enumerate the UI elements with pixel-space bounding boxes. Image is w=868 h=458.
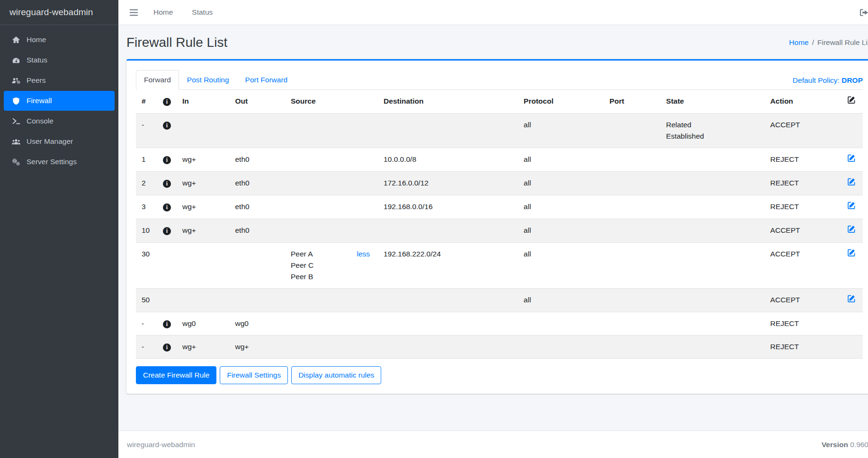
cell-rule-number: 30 bbox=[136, 243, 157, 289]
hamburger-menu-icon[interactable] bbox=[126, 7, 142, 18]
page-title: Firewall Rule List bbox=[126, 34, 227, 52]
sidebar-item-peers[interactable]: Peers bbox=[4, 70, 115, 90]
cell-state bbox=[661, 148, 765, 172]
breadcrumb-separator: / bbox=[809, 38, 817, 46]
cell-out: eth0 bbox=[229, 148, 285, 172]
cell-port bbox=[604, 243, 660, 289]
edit-icon[interactable] bbox=[847, 177, 856, 186]
info-icon[interactable]: i bbox=[163, 122, 171, 130]
top-navbar: HomeStatus bbox=[118, 0, 868, 25]
edit-icon[interactable] bbox=[847, 294, 856, 303]
footer-version-label: Version bbox=[822, 440, 848, 449]
cell-action: ACCEPT bbox=[765, 289, 841, 312]
cell-state: RelatedEstablished bbox=[661, 114, 765, 148]
cell-destination bbox=[378, 335, 518, 359]
display-automatic-rules-button[interactable]: Display automatic rules bbox=[291, 366, 381, 384]
cell-in: wg0 bbox=[177, 312, 230, 335]
table-row: 30Peer APeer CPeer Bless192.168.222.0/24… bbox=[136, 243, 863, 289]
edit-icon[interactable] bbox=[847, 96, 856, 104]
breadcrumb-home-link[interactable]: Home bbox=[789, 38, 808, 46]
shield-icon bbox=[10, 97, 22, 105]
table-row: -iallRelatedEstablishedACCEPT bbox=[136, 114, 863, 148]
cell-info: i bbox=[157, 148, 177, 172]
firewall-rules-table: # i In Out Source Destination Protocol P… bbox=[136, 90, 863, 359]
col-info: i bbox=[157, 90, 177, 114]
cell-state bbox=[661, 243, 765, 289]
sidebar-item-status[interactable]: Status bbox=[4, 50, 115, 70]
cell-protocol: all bbox=[518, 172, 604, 195]
sidebar-nav: HomeStatusPeersFirewallConsoleUser Manag… bbox=[0, 25, 118, 177]
cell-rule-number: 10 bbox=[136, 219, 157, 243]
edit-icon[interactable] bbox=[847, 201, 856, 210]
cell-state bbox=[661, 289, 765, 312]
tab-post-routing[interactable]: Post Routing bbox=[179, 70, 237, 90]
default-policy-value: DROP bbox=[841, 76, 863, 84]
cell-destination bbox=[378, 312, 518, 335]
cell-out bbox=[229, 243, 285, 289]
cell-edit bbox=[841, 195, 863, 219]
cell-port bbox=[604, 148, 660, 172]
sidebar-item-home[interactable]: Home bbox=[4, 30, 115, 50]
sidebar-item-label: Status bbox=[27, 56, 47, 64]
cell-protocol: all bbox=[518, 289, 604, 312]
cell-info: i bbox=[157, 219, 177, 243]
source-peers: Peer APeer CPeer B bbox=[291, 248, 313, 282]
sidebar-item-firewall[interactable]: Firewall bbox=[4, 91, 115, 111]
cell-info: i bbox=[157, 195, 177, 219]
create-firewall-rule-button[interactable]: Create Firewall Rule bbox=[136, 366, 216, 384]
cell-port bbox=[604, 195, 660, 219]
info-icon[interactable]: i bbox=[163, 344, 171, 352]
cell-source bbox=[285, 312, 378, 335]
cell-source bbox=[285, 289, 378, 312]
default-policy-label: Default Policy: bbox=[793, 76, 841, 84]
cell-protocol: all bbox=[518, 243, 604, 289]
cell-in bbox=[177, 289, 230, 312]
edit-icon[interactable] bbox=[847, 225, 856, 233]
sidebar-item-label: Peers bbox=[27, 76, 46, 85]
navbar-link-status[interactable]: Status bbox=[185, 6, 220, 18]
cell-port bbox=[604, 312, 660, 335]
info-icon[interactable]: i bbox=[163, 203, 171, 211]
cell-action: ACCEPT bbox=[765, 243, 841, 289]
cell-info: i bbox=[157, 312, 177, 335]
info-icon[interactable]: i bbox=[163, 227, 171, 235]
col-protocol: Protocol bbox=[518, 90, 604, 114]
info-icon[interactable]: i bbox=[163, 180, 171, 188]
navbar-link-home[interactable]: Home bbox=[146, 6, 180, 18]
cell-state bbox=[661, 195, 765, 219]
col-port: Port bbox=[604, 90, 660, 114]
content-header: Firewall Rule List Home/Firewall Rule Li… bbox=[118, 25, 868, 59]
cell-rule-number: - bbox=[136, 312, 157, 335]
sidebar-item-server-settings[interactable]: Server Settings bbox=[4, 152, 115, 172]
content-wrapper: Firewall Rule List Home/Firewall Rule Li… bbox=[118, 25, 868, 431]
cell-port bbox=[604, 289, 660, 312]
info-icon[interactable]: i bbox=[163, 156, 171, 164]
info-icon[interactable]: i bbox=[163, 320, 171, 328]
cell-protocol: all bbox=[518, 195, 604, 219]
tabs: ForwardPost RoutingPort Forward bbox=[136, 70, 295, 89]
cell-source bbox=[285, 148, 378, 172]
less-link[interactable]: less bbox=[357, 248, 370, 282]
sidebar: wireguard-webadmin HomeStatusPeersFirewa… bbox=[0, 0, 118, 458]
edit-icon[interactable] bbox=[847, 154, 856, 162]
sidebar-item-user-manager[interactable]: User Manager bbox=[4, 132, 115, 151]
cell-action: REJECT bbox=[765, 172, 841, 195]
sidebar-item-console[interactable]: Console bbox=[4, 111, 115, 131]
cell-edit bbox=[841, 219, 863, 243]
default-policy-link[interactable]: Default Policy: DROP bbox=[793, 76, 863, 89]
cell-rule-number: - bbox=[136, 335, 157, 359]
firewall-settings-button[interactable]: Firewall Settings bbox=[220, 366, 288, 384]
logout-icon[interactable] bbox=[857, 7, 868, 18]
cell-destination bbox=[378, 289, 518, 312]
tab-port-forward[interactable]: Port Forward bbox=[237, 70, 296, 90]
table-body: -iallRelatedEstablishedACCEPT1iwg+eth010… bbox=[136, 114, 863, 359]
table-row: -iwg0wg0REJECT bbox=[136, 312, 863, 335]
cell-edit bbox=[841, 289, 863, 312]
cell-port bbox=[604, 335, 660, 359]
cell-in: wg+ bbox=[177, 335, 230, 359]
tab-forward[interactable]: Forward bbox=[136, 70, 179, 90]
cell-edit bbox=[841, 114, 863, 148]
edit-icon[interactable] bbox=[847, 248, 856, 257]
home-icon bbox=[10, 36, 22, 44]
col-action: Action bbox=[765, 90, 841, 114]
